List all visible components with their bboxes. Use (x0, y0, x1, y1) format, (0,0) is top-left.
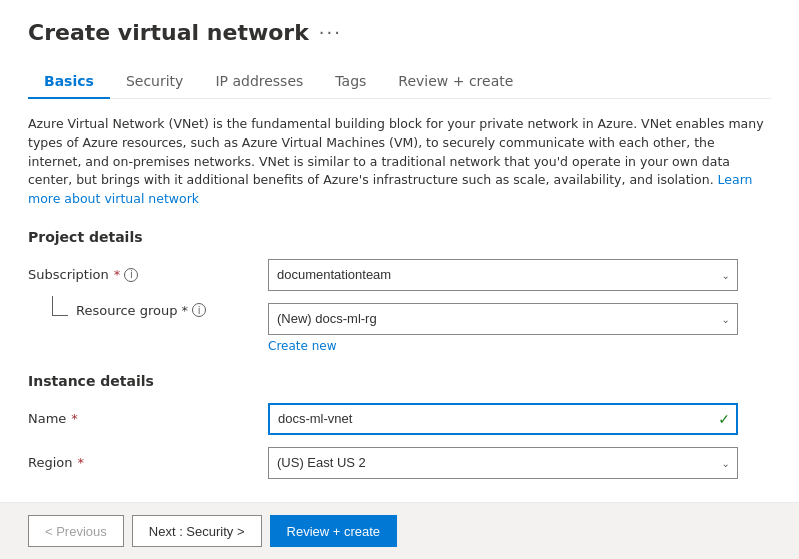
tab-tags[interactable]: Tags (319, 65, 382, 99)
tab-bar: Basics Security IP addresses Tags Review… (28, 65, 771, 99)
name-label: Name * (28, 411, 268, 426)
subscription-label: Subscription * i (28, 267, 268, 282)
tab-basics[interactable]: Basics (28, 65, 110, 99)
review-create-button[interactable]: Review + create (270, 515, 398, 547)
resource-group-label: Resource group * i (28, 303, 268, 318)
subscription-select[interactable]: documentationteam (268, 259, 738, 291)
tab-review-create[interactable]: Review + create (382, 65, 529, 99)
instance-details-title: Instance details (28, 373, 771, 389)
instance-details-section: Instance details Name * ✓ Region * (28, 373, 771, 479)
name-required: * (71, 411, 78, 426)
more-options-button[interactable]: ··· (319, 22, 342, 43)
resource-group-control: (New) docs-ml-rg ⌄ (268, 303, 738, 335)
subscription-row: Subscription * i documentationteam ⌄ (28, 259, 771, 291)
region-select-wrapper: (US) East US 2 ⌄ (268, 447, 738, 479)
resource-group-info-icon[interactable]: i (192, 303, 206, 317)
resource-group-select-wrapper: (New) docs-ml-rg ⌄ (268, 303, 738, 335)
region-control: (US) East US 2 ⌄ (268, 447, 738, 479)
footer: < Previous Next : Security > Review + cr… (0, 502, 799, 559)
name-check-icon: ✓ (718, 411, 730, 427)
tab-security[interactable]: Security (110, 65, 200, 99)
subscription-required: * (114, 267, 121, 282)
region-required: * (78, 455, 85, 470)
tab-ip-addresses[interactable]: IP addresses (199, 65, 319, 99)
description-text: Azure Virtual Network (VNet) is the fund… (28, 115, 768, 209)
project-details-title: Project details (28, 229, 771, 245)
create-new-resource-group-link[interactable]: Create new (268, 339, 771, 353)
region-label: Region * (28, 455, 268, 470)
name-input[interactable] (268, 403, 738, 435)
name-row: Name * ✓ (28, 403, 771, 435)
region-select[interactable]: (US) East US 2 (268, 447, 738, 479)
subscription-info-icon[interactable]: i (124, 268, 138, 282)
subscription-select-wrapper: documentationteam ⌄ (268, 259, 738, 291)
next-security-button[interactable]: Next : Security > (132, 515, 262, 547)
resource-group-required: * (182, 303, 189, 318)
previous-button[interactable]: < Previous (28, 515, 124, 547)
indent-line (52, 296, 68, 316)
subscription-control: documentationteam ⌄ (268, 259, 738, 291)
region-row: Region * (US) East US 2 ⌄ (28, 447, 771, 479)
name-control: ✓ (268, 403, 738, 435)
resource-group-row: Resource group * i (New) docs-ml-rg ⌄ (28, 303, 771, 335)
resource-group-select[interactable]: (New) docs-ml-rg (268, 303, 738, 335)
name-input-wrapper: ✓ (268, 403, 738, 435)
page-title: Create virtual network (28, 20, 309, 45)
project-details-section: Project details Subscription * i documen… (28, 229, 771, 353)
